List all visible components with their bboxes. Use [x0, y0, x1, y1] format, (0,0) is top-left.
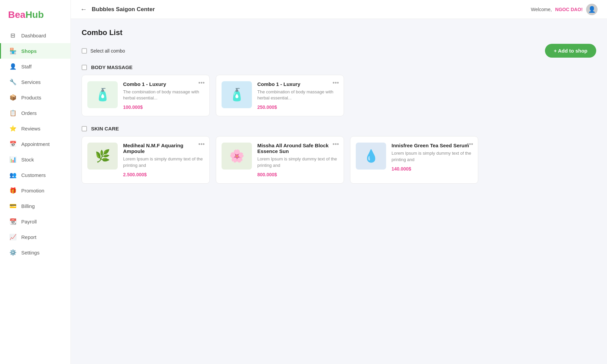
card-desc-bm2: The combination of body massage with her… — [257, 89, 338, 101]
sidebar-item-payroll[interactable]: 📆 Payroll — [0, 214, 70, 229]
sidebar-label-staff: Staff — [21, 64, 32, 69]
reviews-icon: ⭐ — [9, 125, 17, 132]
sidebar-item-promotion[interactable]: 🎁 Promotion — [0, 183, 70, 198]
sidebar-label-promotion: Promotion — [21, 188, 44, 193]
sidebar-item-appointment[interactable]: 📅 Appointment — [0, 136, 70, 152]
card-price-sc1: 2.500.000$ — [123, 172, 204, 177]
sidebar-item-shops[interactable]: 🏪 Shops — [0, 43, 70, 59]
card-more-sc1[interactable]: ••• — [198, 141, 205, 147]
header-right: Welcome, NGOC DAO! 👤 — [531, 4, 598, 15]
sidebar-item-orders[interactable]: 📋 Orders — [0, 105, 70, 121]
category-name-skin-care: SKIN CARE — [91, 126, 119, 131]
categories-container: BODY MASSAGE 🧴 Combo 1 - Luxury The comb… — [82, 64, 596, 184]
add-to-shop-button[interactable]: + Add to shop — [545, 44, 596, 58]
stock-icon: 📊 — [9, 156, 17, 163]
card-more-sc2[interactable]: ••• — [333, 141, 339, 147]
combo-card-sc1[interactable]: 🌿 Mediheal N.M.F Aquaring Ampoule Lorem … — [82, 136, 210, 183]
card-price-bm1: 100.000$ — [123, 104, 204, 110]
card-desc-sc2: Lorem Ipsum is simply dummy text of the … — [257, 156, 338, 168]
dashboard-icon: ⊟ — [9, 32, 17, 39]
shops-icon: 🏪 — [9, 47, 17, 55]
category-skin-care: SKIN CARE 🌿 Mediheal N.M.F Aquaring Ampo… — [82, 126, 596, 183]
back-button[interactable]: ← — [80, 5, 87, 13]
sidebar-item-dashboard[interactable]: ⊟ Dashboard — [0, 28, 70, 43]
card-desc-sc1: Lorem Ipsum is simply dummy text of the … — [123, 156, 204, 168]
sidebar-label-services: Services — [21, 79, 41, 85]
staff-icon: 👤 — [9, 63, 17, 70]
settings-icon: ⚙️ — [9, 249, 17, 256]
logo-text: BeaHub — [8, 9, 44, 20]
sidebar-item-report[interactable]: 📈 Report — [0, 229, 70, 245]
category-name-body-massage: BODY MASSAGE — [91, 64, 133, 70]
sidebar-label-dashboard: Dashboard — [21, 33, 46, 38]
customers-icon: 👥 — [9, 171, 17, 179]
category-checkbox-skin-care[interactable] — [82, 126, 87, 131]
sidebar-label-settings: Settings — [21, 250, 39, 255]
page-title: Combo List — [82, 28, 596, 37]
sidebar-label-customers: Customers — [21, 172, 46, 178]
sidebar-label-report: Report — [21, 234, 36, 240]
sidebar-label-appointment: Appointment — [21, 141, 50, 147]
sidebar-item-products[interactable]: 📦 Products — [0, 90, 70, 105]
sidebar-label-orders: Orders — [21, 110, 37, 116]
payroll-icon: 📆 — [9, 218, 17, 225]
header-left: ← Bubbles Saigon Center — [80, 5, 155, 13]
logo: BeaHub — [0, 3, 70, 28]
combo-card-bm1[interactable]: 🧴 Combo 1 - Luxury The combination of bo… — [82, 75, 210, 116]
card-title-bm2: Combo 1 - Luxury — [257, 81, 338, 87]
card-price-bm2: 250.000$ — [257, 104, 338, 110]
avatar: 👤 — [586, 4, 598, 15]
card-title-sc2: Missha All Around Safe Block Essence Sun — [257, 143, 338, 154]
appointment-icon: 📅 — [9, 140, 17, 148]
card-body-bm1: Combo 1 - Luxury The combination of body… — [123, 81, 204, 110]
orders-icon: 📋 — [9, 109, 17, 117]
card-title-bm1: Combo 1 - Luxury — [123, 81, 204, 87]
card-desc-sc3: Lorem Ipsum is simply dummy text of the … — [392, 150, 472, 162]
cards-grid-body-massage: 🧴 Combo 1 - Luxury The combination of bo… — [82, 75, 596, 116]
sidebar-item-stock[interactable]: 📊 Stock — [0, 152, 70, 167]
category-header-skin-care: SKIN CARE — [82, 126, 596, 131]
sidebar-item-customers[interactable]: 👥 Customers — [0, 167, 70, 183]
card-image-sc3: 💧 — [356, 143, 386, 170]
card-more-bm1[interactable]: ••• — [198, 80, 205, 86]
toolbar: Select all combo + Add to shop — [82, 44, 596, 58]
card-image-bm2: 🧴 — [222, 81, 252, 108]
card-more-sc3[interactable]: ••• — [467, 141, 473, 147]
select-all-checkbox[interactable] — [82, 48, 87, 54]
sidebar-item-billing[interactable]: 💳 Billing — [0, 198, 70, 214]
combo-card-sc2[interactable]: 🌸 Missha All Around Safe Block Essence S… — [216, 136, 344, 183]
card-price-sc2: 800.000$ — [257, 172, 338, 177]
card-body-sc3: Innisfree Green Tea Seed Serum Lorem Ips… — [392, 143, 472, 171]
billing-icon: 💳 — [9, 202, 17, 210]
card-image-sc1: 🌿 — [87, 143, 118, 170]
sidebar-label-products: Products — [21, 95, 41, 100]
card-more-bm2[interactable]: ••• — [333, 80, 339, 86]
sidebar-label-billing: Billing — [21, 203, 35, 209]
sidebar: BeaHub ⊟ Dashboard 🏪 Shops 👤 Staff 🔧 Ser… — [0, 0, 71, 364]
report-icon: 📈 — [9, 233, 17, 241]
sidebar-item-services[interactable]: 🔧 Services — [0, 74, 70, 90]
card-title-sc1: Mediheal N.M.F Aquaring Ampoule — [123, 143, 204, 154]
sidebar-label-payroll: Payroll — [21, 219, 37, 224]
category-checkbox-body-massage[interactable] — [82, 65, 87, 70]
card-body-bm2: Combo 1 - Luxury The combination of body… — [257, 81, 338, 110]
card-body-sc2: Missha All Around Safe Block Essence Sun… — [257, 143, 338, 177]
combo-card-bm2[interactable]: 🧴 Combo 1 - Luxury The combination of bo… — [216, 75, 344, 116]
main-area: ← Bubbles Saigon Center Welcome, NGOC DA… — [71, 0, 607, 364]
sidebar-item-reviews[interactable]: ⭐ Reviews — [0, 121, 70, 136]
sidebar-label-stock: Stock — [21, 157, 34, 162]
sidebar-item-staff[interactable]: 👤 Staff — [0, 59, 70, 74]
welcome-text: Welcome, — [531, 7, 552, 12]
combo-card-sc3[interactable]: 💧 Innisfree Green Tea Seed Serum Lorem I… — [350, 136, 478, 183]
card-price-sc3: 140.000$ — [392, 166, 472, 172]
services-icon: 🔧 — [9, 78, 17, 86]
sidebar-label-shops: Shops — [21, 48, 37, 54]
sidebar-label-reviews: Reviews — [21, 126, 40, 131]
category-body-massage: BODY MASSAGE 🧴 Combo 1 - Luxury The comb… — [82, 64, 596, 116]
sidebar-item-settings[interactable]: ⚙️ Settings — [0, 245, 70, 260]
promotion-icon: 🎁 — [9, 187, 17, 194]
username: NGOC DAO! — [555, 7, 583, 12]
card-image-bm1: 🧴 — [87, 81, 118, 108]
select-all-label: Select all combo — [90, 48, 125, 54]
card-desc-bm1: The combination of body massage with her… — [123, 89, 204, 101]
